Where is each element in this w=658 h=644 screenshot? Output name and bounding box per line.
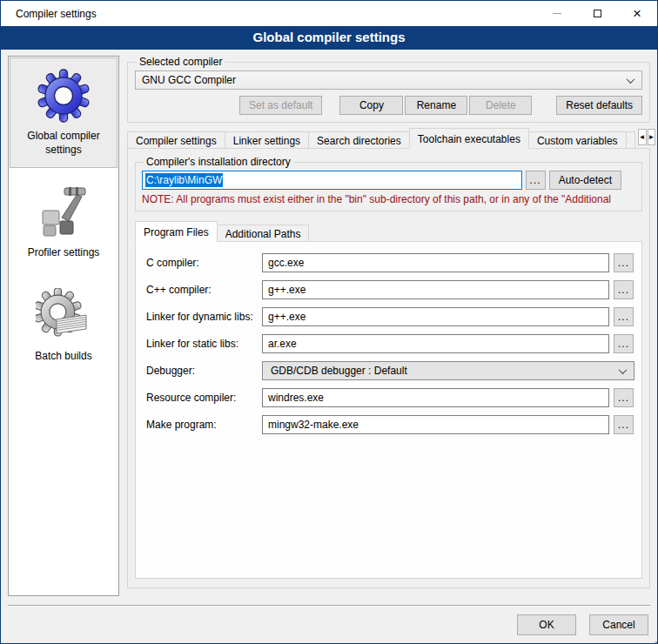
- c-compiler-browse-button[interactable]: ...: [614, 253, 634, 272]
- compiler-buttons-row: Set as default Copy Rename Delete Reset …: [135, 96, 642, 115]
- linker-dynamic-browse-button[interactable]: ...: [614, 307, 634, 326]
- program-files-tabstrip: Program Files Additional Paths: [135, 221, 642, 242]
- maximize-icon: [594, 10, 601, 17]
- installation-directory-legend: Compiler's installation directory: [144, 156, 293, 168]
- set-as-default-button[interactable]: Set as default: [239, 96, 322, 115]
- delete-button[interactable]: Delete: [469, 96, 532, 115]
- linker-static-input[interactable]: [262, 334, 609, 353]
- rename-button[interactable]: Rename: [405, 96, 467, 115]
- ok-button[interactable]: OK: [517, 614, 576, 635]
- dialog-content: Global compiler settings Profiler settin…: [1, 50, 657, 605]
- tab-search-directories[interactable]: Search directories: [308, 131, 410, 149]
- bin-subdirectory-note: NOTE: All programs must exist either in …: [142, 193, 635, 205]
- cancel-button[interactable]: Cancel: [589, 614, 648, 635]
- sidebar-item-label: Batch builds: [35, 350, 91, 364]
- close-icon: ×: [633, 6, 641, 21]
- debugger-select-value: GDB/CDB debugger : Default: [271, 365, 620, 377]
- resize-grip-icon[interactable]: [652, 638, 654, 640]
- linker-static-label: Linker for static libs:: [146, 338, 258, 350]
- cpp-compiler-input[interactable]: [262, 280, 609, 299]
- debugger-select[interactable]: GDB/CDB debugger : Default: [262, 361, 634, 380]
- tab-scroll-left-button[interactable]: ◄: [638, 129, 647, 145]
- linker-static-browse-button[interactable]: ...: [614, 334, 634, 353]
- make-program-browse-button[interactable]: ...: [614, 415, 634, 434]
- toolchain-fields: C compiler: ... C++ compiler: ... Linker…: [146, 253, 634, 434]
- resource-compiler-input[interactable]: [262, 388, 609, 407]
- installation-directory-input[interactable]: C:\raylib\MinGW: [142, 171, 522, 190]
- compiler-select[interactable]: GNU GCC Compiler: [135, 70, 642, 90]
- tab-custom-variables[interactable]: Custom variables: [528, 131, 627, 149]
- footer: OK Cancel: [1, 607, 657, 643]
- caption-buttons: ×: [537, 1, 657, 26]
- titlebar: Compiler settings ×: [1, 1, 657, 26]
- resource-compiler-browse-button[interactable]: ...: [614, 388, 634, 407]
- make-program-input[interactable]: [262, 415, 609, 434]
- sidebar-item-global-compiler-settings[interactable]: Global compiler settings: [10, 57, 118, 168]
- subtab-additional-paths[interactable]: Additional Paths: [217, 225, 310, 242]
- sidebar-item-profiler-settings[interactable]: Profiler settings: [10, 174, 118, 272]
- profiler-caliper-icon: [36, 184, 91, 240]
- arrow-left-icon: ◄: [639, 133, 646, 141]
- minimize-icon: [553, 13, 561, 14]
- cpp-compiler-label: C++ compiler:: [146, 284, 258, 296]
- linker-dynamic-label: Linker for dynamic libs:: [146, 311, 258, 323]
- tab-scroll-right-button[interactable]: ►: [648, 129, 656, 145]
- installation-directory-group: Compiler's installation directory C:\ray…: [135, 156, 642, 211]
- chevron-down-icon: [627, 75, 635, 84]
- sidebar: Global compiler settings Profiler settin…: [8, 56, 119, 596]
- toolchain-executables-page: Compiler's installation directory C:\ray…: [127, 148, 650, 588]
- auto-detect-button[interactable]: Auto-detect: [549, 171, 621, 190]
- sidebar-item-label: Global compiler settings: [14, 130, 113, 157]
- subtab-program-files[interactable]: Program Files: [135, 221, 218, 242]
- c-compiler-label: C compiler:: [146, 257, 258, 269]
- debugger-label: Debugger:: [146, 365, 258, 377]
- window-title: Compiler settings: [1, 8, 97, 20]
- sidebar-item-label: Profiler settings: [28, 246, 100, 260]
- tab-linker-settings[interactable]: Linker settings: [225, 131, 309, 149]
- maximize-button[interactable]: [577, 1, 617, 26]
- linker-dynamic-input[interactable]: [262, 307, 609, 326]
- sidebar-item-batch-builds[interactable]: Batch builds: [10, 278, 118, 375]
- installation-directory-browse-button[interactable]: ...: [526, 171, 546, 190]
- installation-directory-value: C:\raylib\MinGW: [145, 173, 223, 187]
- program-files-page: C compiler: ... C++ compiler: ... Linker…: [135, 241, 642, 579]
- reset-defaults-button[interactable]: Reset defaults: [556, 96, 642, 115]
- selected-compiler-legend: Selected compiler: [137, 56, 225, 68]
- tab-toolchain-executables[interactable]: Toolchain executables: [409, 128, 529, 149]
- batch-builds-icon: [36, 288, 91, 344]
- copy-button[interactable]: Copy: [339, 96, 403, 115]
- compiler-settings-dialog: Compiler settings × Global compiler sett…: [0, 0, 658, 644]
- page-title: Global compiler settings: [1, 26, 657, 50]
- tab-build-options[interactable]: Build options: [626, 131, 635, 149]
- selected-compiler-group: Selected compiler GNU GCC Compiler Set a…: [127, 56, 650, 123]
- cpp-compiler-browse-button[interactable]: ...: [614, 280, 634, 299]
- gear-blue-icon: [36, 68, 91, 124]
- c-compiler-input[interactable]: [262, 253, 609, 272]
- resource-compiler-label: Resource compiler:: [146, 392, 258, 404]
- compiler-select-value: GNU GCC Compiler: [142, 74, 628, 86]
- main-panel: Selected compiler GNU GCC Compiler Set a…: [127, 56, 650, 596]
- make-program-label: Make program:: [146, 419, 258, 431]
- chevron-down-icon: [619, 366, 628, 374]
- close-button[interactable]: ×: [617, 1, 657, 26]
- minimize-button[interactable]: [537, 1, 577, 26]
- settings-tabstrip: Compiler settings Linker settings Search…: [127, 128, 650, 149]
- installation-directory-row: C:\raylib\MinGW ... Auto-detect: [142, 171, 635, 190]
- arrow-right-icon: ►: [648, 133, 655, 141]
- tab-compiler-settings[interactable]: Compiler settings: [127, 131, 225, 149]
